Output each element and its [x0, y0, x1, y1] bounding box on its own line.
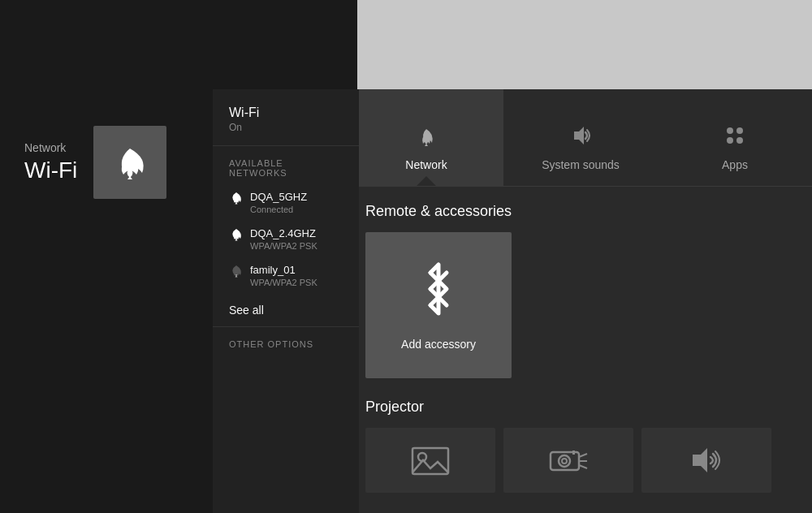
- network-name-dqa24ghz: DQA_2.4GHZ: [250, 227, 317, 239]
- network-info-family01: family_01 WPA/WPA2 PSK: [250, 264, 317, 287]
- wifi-section: Network Wi-Fi: [24, 126, 166, 199]
- system-sounds-nav-icon: [564, 119, 597, 152]
- nav-item-network[interactable]: Network: [349, 89, 503, 186]
- svg-line-12: [579, 465, 587, 468]
- wifi-on-status: On: [229, 122, 343, 133]
- svg-marker-0: [574, 127, 584, 144]
- nav-item-system-sounds[interactable]: System sounds: [503, 89, 658, 186]
- see-all-button[interactable]: See all: [213, 294, 359, 326]
- wifi-signal-icon-family01: [229, 265, 244, 282]
- network-info-dqa24ghz: DQA_2.4GHZ WPA/WPA2 PSK: [250, 227, 317, 251]
- svg-point-2: [736, 127, 743, 134]
- image-icon: [410, 444, 451, 476]
- projector-card-sound[interactable]: [641, 428, 771, 493]
- network-info-dqa5ghz: DQA_5GHZ Connected: [250, 191, 307, 214]
- svg-rect-13: [572, 450, 575, 455]
- network-name-dqa5ghz: DQA_5GHZ: [250, 191, 307, 203]
- svg-point-4: [736, 137, 743, 144]
- network-nav-icon: [410, 119, 443, 152]
- add-accessory-label: Add accessory: [401, 338, 476, 351]
- wifi-page-title: Wi-Fi: [24, 157, 77, 183]
- nav-row: Network System sounds Apps: [349, 89, 812, 187]
- other-options-header: OTHER OPTIONS: [213, 326, 359, 356]
- wifi-signal-icon-dqa24ghz: [229, 229, 244, 245]
- svg-point-3: [727, 137, 733, 144]
- network-security-family01: WPA/WPA2 PSK: [250, 278, 317, 287]
- projector-section: Projector: [349, 386, 812, 501]
- wifi-list-panel: Wi-Fi On AVAILABLE NETWORKS DQA_5GHZ Con…: [213, 89, 359, 513]
- wifi-header-title: Wi-Fi: [229, 106, 343, 120]
- nav-label-apps: Apps: [722, 158, 748, 171]
- remote-section: Remote & accessories Add accessory: [349, 187, 812, 386]
- svg-line-10: [579, 454, 587, 457]
- network-item-family01[interactable]: family_01 WPA/WPA2 PSK: [213, 257, 359, 294]
- svg-point-1: [727, 127, 733, 134]
- network-item-dqa24ghz[interactable]: DQA_2.4GHZ WPA/WPA2 PSK: [213, 221, 359, 257]
- projector-card-projector[interactable]: [503, 428, 633, 493]
- nav-item-apps[interactable]: Apps: [658, 89, 812, 186]
- remote-section-title: Remote & accessories: [365, 203, 796, 220]
- projector-card-image[interactable]: [365, 428, 495, 493]
- wifi-header: Wi-Fi On: [213, 101, 359, 146]
- network-name-family01: family_01: [250, 264, 317, 276]
- nav-label-system-sounds: System sounds: [542, 158, 620, 171]
- nav-label-network: Network: [405, 158, 447, 171]
- svg-point-8: [559, 455, 570, 467]
- projector-cards-row: [365, 428, 796, 493]
- apps-nav-icon: [719, 119, 751, 152]
- network-status-dqa5ghz: Connected: [250, 205, 307, 214]
- svg-marker-14: [693, 448, 707, 472]
- network-security-dqa24ghz: WPA/WPA2 PSK: [250, 241, 317, 251]
- svg-rect-5: [412, 448, 448, 474]
- network-label: Network: [24, 141, 77, 154]
- wifi-label-group: Network Wi-Fi: [24, 141, 77, 183]
- network-item-dqa5ghz[interactable]: DQA_5GHZ Connected: [213, 184, 359, 221]
- projector-icon: [546, 444, 591, 476]
- add-accessory-card[interactable]: Add accessory: [365, 232, 512, 378]
- svg-point-9: [562, 459, 567, 463]
- wifi-icon: [106, 142, 154, 183]
- bluetooth-icon: [414, 261, 463, 325]
- wifi-icon-box: [93, 126, 166, 199]
- projector-section-title: Projector: [365, 399, 796, 416]
- available-networks-header: AVAILABLE NETWORKS: [213, 146, 359, 184]
- wifi-signal-icon-dqa5ghz: [229, 192, 244, 209]
- right-panel: Network System sounds Apps: [349, 89, 812, 513]
- speaker-icon: [686, 444, 727, 476]
